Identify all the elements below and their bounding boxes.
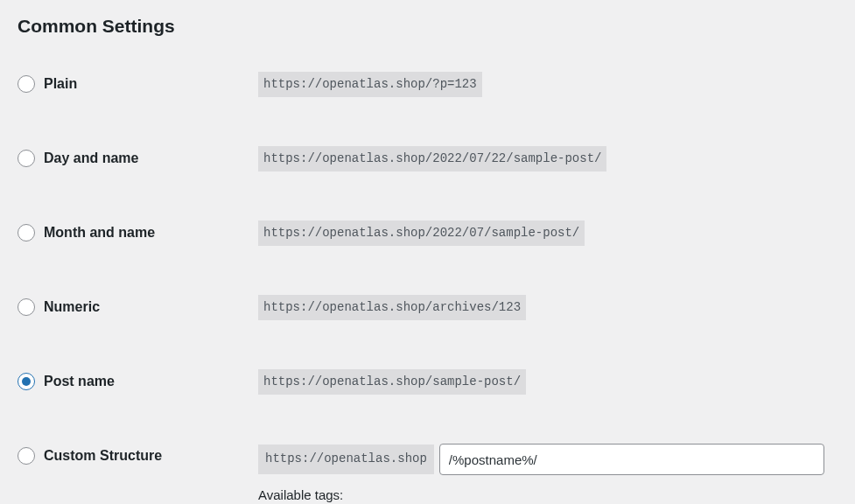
example-plain: https://openatlas.shop/?p=123 bbox=[258, 72, 482, 97]
radio-day-name[interactable] bbox=[18, 150, 35, 167]
radio-label-month-name[interactable]: Month and name bbox=[44, 225, 155, 241]
radio-label-custom[interactable]: Custom Structure bbox=[44, 448, 162, 464]
permalink-option-post-name: Post name https://openatlas.shop/sample-… bbox=[18, 345, 837, 419]
radio-label-plain[interactable]: Plain bbox=[44, 76, 77, 92]
radio-plain[interactable] bbox=[18, 75, 35, 93]
custom-structure-input[interactable] bbox=[439, 444, 824, 475]
section-heading: Common Settings bbox=[18, 0, 837, 47]
permalink-option-numeric: Numeric https://openatlas.shop/archives/… bbox=[18, 270, 837, 345]
example-month-name: https://openatlas.shop/2022/07/sample-po… bbox=[258, 220, 585, 246]
example-post-name: https://openatlas.shop/sample-post/ bbox=[258, 369, 526, 395]
radio-numeric[interactable] bbox=[18, 298, 35, 316]
custom-prefix: https://openatlas.shop bbox=[258, 444, 434, 474]
radio-post-name[interactable] bbox=[18, 373, 35, 390]
radio-month-name[interactable] bbox=[18, 224, 35, 242]
permalink-option-month-name: Month and name https://openatlas.shop/20… bbox=[18, 196, 837, 270]
available-tags-label: Available tags: bbox=[258, 487, 837, 502]
radio-label-day-name[interactable]: Day and name bbox=[44, 150, 138, 166]
example-day-name: https://openatlas.shop/2022/07/22/sample… bbox=[258, 146, 606, 172]
radio-label-post-name[interactable]: Post name bbox=[44, 374, 115, 389]
radio-label-numeric[interactable]: Numeric bbox=[44, 299, 100, 315]
permalink-option-day-name: Day and name https://openatlas.shop/2022… bbox=[18, 122, 837, 196]
permalink-option-plain: Plain https://openatlas.shop/?p=123 bbox=[18, 47, 837, 122]
permalink-option-custom: Custom Structure https://openatlas.shop … bbox=[18, 419, 837, 504]
example-numeric: https://openatlas.shop/archives/123 bbox=[258, 295, 526, 320]
radio-custom[interactable] bbox=[18, 447, 35, 465]
